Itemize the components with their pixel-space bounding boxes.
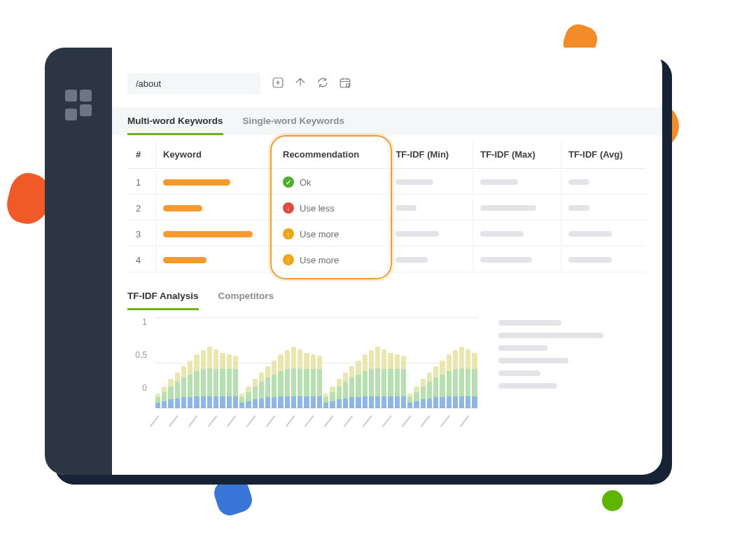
col-index: # <box>129 141 154 169</box>
row-index: 2 <box>129 196 154 221</box>
chart-bar <box>194 317 199 408</box>
table-row[interactable]: 4↑Use more <box>129 248 645 272</box>
table-row[interactable]: 2↓Use less <box>129 196 645 221</box>
chart-legend-placeholder <box>498 317 647 396</box>
chart-bar <box>363 317 368 408</box>
app-frame: Multi-word KeywordsSingle-word Keywords … <box>45 48 662 475</box>
chart-bar <box>388 317 393 408</box>
chart-bar <box>343 317 348 408</box>
chart-bar <box>272 317 276 408</box>
chart-bar <box>407 317 412 408</box>
legend-placeholder-line <box>498 370 540 376</box>
chart-bar <box>382 317 386 408</box>
dashboard-icon[interactable] <box>65 90 92 116</box>
chart-bar <box>155 317 160 408</box>
tab-competitors[interactable]: Competitors <box>218 291 274 310</box>
chart-bar <box>220 317 225 408</box>
legend-placeholder-line <box>498 345 547 351</box>
chart-bar <box>246 317 251 408</box>
chart-bar <box>311 317 316 408</box>
chart-x-ticks <box>155 414 477 432</box>
legend-placeholder-line <box>498 333 603 338</box>
value-placeholder <box>480 179 518 185</box>
svg-rect-1 <box>340 78 350 87</box>
col-min: TF-IDF (Min) <box>388 141 471 169</box>
value-placeholder <box>568 205 589 211</box>
row-index: 3 <box>129 222 154 246</box>
col-max: TF-IDF (Max) <box>472 141 559 169</box>
table-row[interactable]: 3↑Use more <box>129 222 645 246</box>
legend-placeholder-line <box>498 383 557 389</box>
sidebar <box>45 48 112 475</box>
value-placeholder <box>396 257 428 263</box>
share-icon[interactable] <box>294 76 307 92</box>
chart-bar <box>330 317 335 408</box>
chart-bar <box>278 317 283 408</box>
value-placeholder <box>480 257 532 263</box>
rec-label: Use more <box>300 255 339 265</box>
keyword-bar <box>163 231 253 237</box>
table-row[interactable]: 1✓Ok <box>129 170 645 195</box>
value-placeholder <box>396 179 433 185</box>
topbar <box>127 73 647 95</box>
col-keyword: Keyword <box>155 141 274 169</box>
y-tick-label: 0,5 <box>127 350 151 360</box>
analysis-tabs: TF-IDF AnalysisCompetitors <box>127 291 647 310</box>
decor-blob <box>602 490 623 511</box>
page-path-input[interactable] <box>127 73 260 95</box>
chart-bar <box>323 317 328 408</box>
chart-bar <box>369 317 374 408</box>
keyword-bar <box>163 257 206 263</box>
value-placeholder <box>480 205 536 211</box>
chart-bar <box>421 317 426 408</box>
chart-bar <box>253 317 258 408</box>
value-placeholder <box>480 231 524 237</box>
refresh-icon[interactable] <box>316 76 329 92</box>
row-index: 1 <box>129 170 154 195</box>
add-icon[interactable] <box>272 76 284 92</box>
chart-bar <box>168 317 173 408</box>
col-avg: TF-IDF (Avg) <box>561 141 645 169</box>
rec-ok-icon: ✓ <box>283 176 294 188</box>
chart-bar <box>304 317 309 408</box>
chart-bar <box>453 317 458 408</box>
value-placeholder <box>568 231 612 237</box>
chart-bar <box>349 317 354 408</box>
chart-bar <box>285 317 290 408</box>
chart-bar <box>401 317 406 408</box>
rec-label: Use more <box>300 229 339 239</box>
chart-bar <box>337 317 342 408</box>
rec-more-icon: ↑ <box>283 254 294 265</box>
tab-tfidf-analysis[interactable]: TF-IDF Analysis <box>127 291 199 310</box>
rec-less-icon: ↓ <box>283 202 294 214</box>
rec-more-icon: ↑ <box>283 228 294 239</box>
chart-bar <box>207 317 212 408</box>
chart-bar <box>233 317 238 408</box>
keyword-bar <box>163 205 202 211</box>
chart-bar <box>298 317 302 408</box>
schedule-icon[interactable] <box>339 76 351 92</box>
legend-placeholder-line <box>498 358 568 363</box>
row-index: 4 <box>129 248 154 272</box>
chart-bar <box>472 317 477 408</box>
rec-label: Ok <box>300 177 312 188</box>
chart-bar <box>214 317 218 408</box>
chart-bar <box>188 317 192 408</box>
value-placeholder <box>568 257 612 263</box>
tab-single-word[interactable]: Single-word Keywords <box>243 116 345 135</box>
chart-bar <box>227 317 232 408</box>
tfidf-chart: 10,50 <box>127 317 477 408</box>
chart-bar <box>356 317 360 408</box>
chart-bar <box>447 317 451 408</box>
chart-bar <box>291 317 296 408</box>
chart-bar <box>433 317 438 408</box>
keyword-bar <box>163 179 230 186</box>
chart-bar <box>265 317 270 408</box>
y-tick-label: 0 <box>127 383 151 393</box>
rec-label: Use less <box>300 203 335 214</box>
chart-bar <box>375 317 380 408</box>
col-recommendation: Recommendation <box>276 141 386 169</box>
keyword-tabs: Multi-word KeywordsSingle-word Keywords <box>127 116 647 135</box>
chart-bar <box>414 317 419 408</box>
tab-multi-word[interactable]: Multi-word Keywords <box>127 116 223 135</box>
